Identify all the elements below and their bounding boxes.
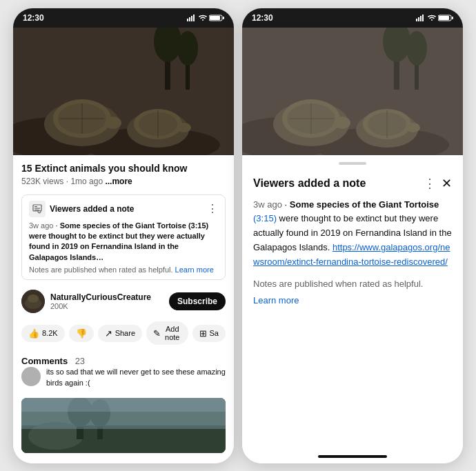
channel-row: NaturallyCuriousCreature 200K Subscribe: [13, 284, 234, 319]
dislike-icon: 👎: [76, 328, 87, 339]
note-header-left: Viewers added a note ⋮: [29, 201, 218, 217]
svg-rect-30: [34, 210, 39, 210]
svg-rect-49: [422, 14, 424, 21]
expanded-note-panel: Viewers added a note ⋮ ✕ 3w ago · Some s…: [242, 165, 463, 319]
home-bar: [318, 455, 387, 458]
expanded-note-header: Viewers added a note ⋮ ✕: [253, 176, 452, 191]
wifi-icon-right: [428, 14, 436, 21]
svg-point-59: [406, 31, 427, 66]
wifi-icon: [199, 14, 207, 21]
video-thumbnail-left[interactable]: [13, 28, 234, 155]
action-row: 👍 8.2K 👎 ↗ Share ✎ Add note ⊞ Sa: [13, 319, 234, 350]
svg-point-36: [28, 294, 39, 303]
avatar-image: [21, 290, 45, 313]
svg-rect-51: [439, 16, 449, 20]
svg-rect-52: [452, 17, 453, 19]
svg-rect-28: [34, 206, 37, 207]
status-bar-left: 12:30: [13, 8, 234, 28]
second-thumb-image: [21, 398, 226, 453]
community-note-icon: [32, 204, 42, 214]
expanded-note-published: Notes are published when rated as helpfu…: [253, 277, 452, 307]
tortoise-illustration-right: [242, 28, 463, 155]
svg-point-72: [406, 123, 420, 132]
add-note-button[interactable]: ✎ Add note: [146, 321, 188, 345]
svg-rect-1: [189, 17, 190, 21]
svg-point-20: [56, 133, 67, 140]
video-title: 15 Extinct animals you should know: [21, 162, 226, 174]
community-note-left: Viewers added a note ⋮ 3w ago · Some spe…: [21, 194, 226, 281]
commenter-avatar: [21, 367, 41, 386]
expanded-note-body: 3w ago · Some species of the Giant Torto…: [253, 198, 452, 270]
status-icons-left: [187, 14, 224, 21]
svg-point-21: [97, 133, 108, 140]
svg-rect-6: [223, 17, 224, 19]
svg-rect-48: [420, 16, 422, 21]
svg-point-26: [177, 123, 191, 132]
svg-rect-3: [193, 14, 195, 21]
note-body-left: 3w ago · Some species of the Giant Torto…: [29, 221, 218, 263]
video-content-left: 15 Extinct animals you should know 523K …: [13, 155, 234, 463]
svg-rect-29: [34, 208, 40, 208]
right-phone: 12:30: [242, 8, 463, 463]
like-button[interactable]: 👍 8.2K: [21, 325, 65, 342]
tortoise-illustration: [13, 28, 234, 155]
home-indicator-right: [242, 450, 463, 463]
signal-icon-right: [416, 14, 426, 21]
note-icon: [29, 201, 46, 217]
channel-info: NaturallyCuriousCreature 200K: [50, 292, 163, 310]
svg-rect-45: [21, 398, 226, 412]
left-phone: 12:30: [13, 8, 234, 463]
channel-avatar[interactable]: [21, 290, 45, 313]
note-footer-left: Notes are published when rated as helpfu…: [29, 265, 218, 274]
video-meta: 523K views · 1mo ago ...more: [21, 177, 226, 186]
svg-rect-46: [416, 19, 417, 21]
note-menu-icon[interactable]: ⋮: [207, 202, 218, 215]
note-menu-dots[interactable]: ⋮: [424, 176, 436, 191]
save-button[interactable]: ⊞ Sa: [192, 325, 226, 342]
svg-point-19: [105, 117, 121, 129]
comments-section: Comments 23 its so sad that we will neve…: [13, 350, 234, 392]
svg-rect-47: [418, 17, 419, 21]
svg-rect-0: [187, 19, 188, 21]
note-title: Viewers added a note: [50, 204, 135, 214]
svg-point-66: [285, 133, 296, 140]
battery-icon-right: [438, 14, 453, 21]
expanded-note-title: Viewers added a note: [253, 177, 366, 190]
svg-point-65: [334, 117, 350, 129]
learn-more-link-left[interactable]: Learn more: [175, 265, 214, 274]
status-time-right: 12:30: [252, 13, 273, 23]
comment-row: its so sad that we will never get to see…: [21, 367, 226, 388]
subscribe-button[interactable]: Subscribe: [169, 292, 226, 310]
comments-header: Comments 23: [21, 354, 226, 367]
status-icons-right: [416, 14, 453, 21]
signal-icon: [187, 14, 197, 21]
battery-icon: [209, 14, 224, 21]
share-icon: ↗: [105, 328, 112, 339]
svg-rect-2: [191, 16, 192, 21]
second-video-thumb[interactable]: [21, 398, 226, 453]
note-close-button[interactable]: ✕: [442, 176, 452, 191]
note-actions: ⋮ ✕: [424, 176, 452, 191]
channel-subs: 200K: [50, 302, 163, 310]
video-info: 15 Extinct animals you should know 523K …: [13, 155, 234, 190]
channel-name[interactable]: NaturallyCuriousCreature: [50, 292, 163, 302]
svg-rect-5: [210, 16, 220, 20]
svg-point-67: [326, 133, 337, 140]
status-bar-right: 12:30: [242, 8, 463, 28]
learn-more-link-right[interactable]: Learn more: [253, 294, 452, 308]
comment-text: its so sad that we will never get to see…: [46, 367, 226, 388]
dislike-button[interactable]: 👎: [69, 325, 94, 342]
add-note-icon: ✎: [153, 328, 161, 339]
svg-point-13: [177, 31, 198, 66]
timecode[interactable]: (3:15): [253, 213, 277, 223]
like-icon: 👍: [28, 328, 39, 339]
share-button[interactable]: ↗ Share: [98, 325, 142, 342]
status-time-left: 12:30: [23, 13, 44, 23]
expanded-note-container: Viewers added a note ⋮ ✕ 3w ago · Some s…: [242, 155, 463, 450]
save-icon: ⊞: [199, 328, 207, 339]
video-thumbnail-right: [242, 28, 463, 155]
